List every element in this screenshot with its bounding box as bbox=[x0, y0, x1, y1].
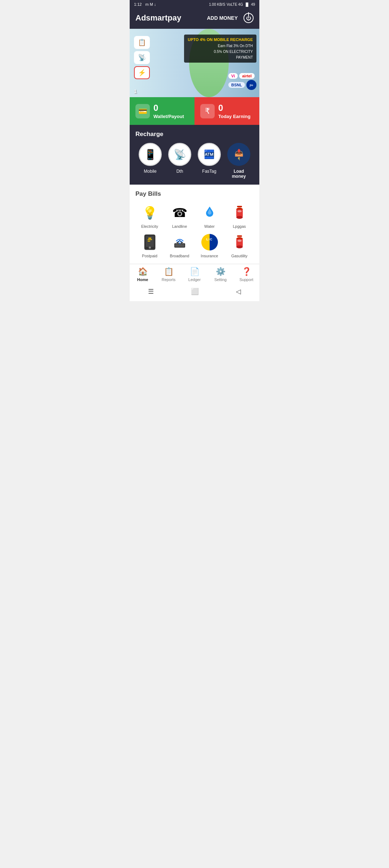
nav-ledger[interactable]: 📄 Ledger bbox=[182, 267, 207, 282]
load-money[interactable]: 📤 ₹ Loadmoney bbox=[224, 143, 254, 179]
android-home-button[interactable]: ⬜ bbox=[191, 288, 199, 295]
promotional-banner[interactable]: 📋 📡 ⚡ UPTO 4% ON MOBILE RECHARGE Earn Fl… bbox=[130, 29, 259, 97]
banner-promo-text: UPTO 4% ON MOBILE RECHARGE Earn Flat 3% … bbox=[184, 35, 256, 63]
wallet-payout-card[interactable]: 💳 0 Wallet/Payout bbox=[130, 97, 194, 125]
landline-label: Landline bbox=[172, 224, 187, 229]
wallet-icon: 💳 bbox=[135, 104, 150, 118]
today-earning-card[interactable]: ₹ 0 Today Earning bbox=[194, 97, 259, 125]
bill-landline[interactable]: ☎ Landline bbox=[165, 203, 194, 229]
wallet-label: Wallet/Payout bbox=[153, 114, 184, 119]
svg-point-3 bbox=[236, 216, 243, 219]
header-actions: ADD MONEY ⏻ bbox=[207, 13, 254, 23]
notification-icons: m M ↓ bbox=[145, 2, 156, 6]
bill-lpggas[interactable]: Lpggas bbox=[225, 203, 254, 229]
insurance-label: Insurance bbox=[201, 254, 218, 258]
bill-postpaid[interactable]: Postpaid bbox=[135, 233, 164, 258]
time: 1:12 bbox=[134, 2, 142, 6]
dth-icon-box: 📡 bbox=[134, 51, 150, 64]
today-earning-amount: 0 bbox=[218, 103, 250, 113]
bottom-navigation: 🏠 Home 📋 Reports 📄 Ledger ⚙️ Setting ❓ S… bbox=[130, 264, 259, 284]
pay-bills-section: Pay Bills 💡 Electricity ☎ Landline Wa bbox=[130, 185, 259, 264]
dth-icon-circle: 📡 bbox=[168, 143, 191, 166]
battery-level: 49 bbox=[251, 3, 255, 6]
broadband-label: Broadband bbox=[170, 254, 189, 258]
recharge-dth[interactable]: 📡 Dth bbox=[165, 143, 194, 174]
home-nav-label: Home bbox=[137, 277, 148, 282]
recharge-mobile[interactable]: 📱 Mobile bbox=[135, 143, 165, 174]
android-back-button[interactable]: ◁ bbox=[236, 288, 241, 295]
fastag-icon: 🏧 bbox=[204, 149, 215, 159]
lic-badge: LIC bbox=[201, 234, 218, 250]
jio-logo: jio bbox=[246, 80, 256, 90]
fastag-icon-circle: 🏧 bbox=[198, 143, 221, 166]
app-title: Adsmartpay bbox=[135, 13, 181, 23]
status-left: 1:12 m M ↓ bbox=[134, 2, 156, 6]
setting-nav-icon: ⚙️ bbox=[216, 267, 225, 276]
broadband-icon bbox=[170, 233, 189, 252]
network-type: VoLTE 4G bbox=[227, 3, 243, 6]
recharge-title: Recharge bbox=[135, 131, 254, 138]
nav-reports[interactable]: 📋 Reports bbox=[156, 267, 182, 282]
reports-nav-label: Reports bbox=[162, 277, 176, 282]
load-money-icon: 📤 bbox=[234, 148, 243, 157]
nav-support[interactable]: ❓ Support bbox=[233, 267, 259, 282]
bills-grid: 💡 Electricity ☎ Landline Water bbox=[135, 203, 254, 258]
android-menu-button[interactable]: ☰ bbox=[148, 288, 154, 295]
bill-insurance[interactable]: LIC Insurance bbox=[195, 233, 224, 258]
support-nav-label: Support bbox=[240, 277, 254, 282]
wallet-info: 0 Wallet/Payout bbox=[153, 103, 184, 119]
bill-broadband[interactable]: Broadband bbox=[165, 233, 194, 258]
mobile-icon-circle: 📱 bbox=[139, 143, 162, 166]
gasutility-icon bbox=[230, 233, 249, 252]
gasutility-label: Gasutility bbox=[231, 254, 247, 258]
add-money-button[interactable]: ADD MONEY bbox=[207, 15, 238, 21]
today-earning-label: Today Earning bbox=[218, 114, 250, 119]
promo-line3: 0.5% ON ELECTRICITY bbox=[188, 49, 253, 55]
lpggas-label: Lpggas bbox=[233, 224, 246, 229]
load-money-icon-circle: 📤 ₹ bbox=[227, 143, 250, 166]
svg-point-16 bbox=[237, 240, 242, 242]
vi-logo: Vi bbox=[228, 73, 238, 79]
ledger-nav-icon: 📄 bbox=[190, 267, 200, 276]
ledger-nav-label: Ledger bbox=[188, 277, 201, 282]
promo-line2: Earn Flat 3% On DTH bbox=[188, 43, 253, 49]
carrier-logos: Vi airtel BSNL jio bbox=[228, 73, 256, 90]
bsnl-logo: BSNL bbox=[228, 82, 245, 88]
bill-gasutility[interactable]: Gasutility bbox=[225, 233, 254, 258]
postpaid-label: Postpaid bbox=[142, 254, 157, 258]
recharge-icon-box: 📋 bbox=[134, 36, 150, 49]
wallet-section: 💳 0 Wallet/Payout ₹ 0 Today Earning bbox=[130, 97, 259, 125]
dth-label: Dth bbox=[176, 169, 183, 174]
electricity-icon-box: ⚡ bbox=[134, 66, 150, 79]
lpggas-icon bbox=[230, 203, 249, 222]
svg-rect-0 bbox=[237, 206, 242, 207]
svg-point-15 bbox=[236, 245, 243, 248]
airtel-logo: airtel bbox=[239, 73, 254, 79]
mobile-label: Mobile bbox=[144, 169, 156, 174]
android-navigation-bar: ☰ ⬜ ◁ bbox=[130, 284, 259, 301]
power-button[interactable]: ⏻ bbox=[243, 13, 254, 23]
bill-electricity[interactable]: 💡 Electricity bbox=[135, 203, 164, 229]
recharge-fastag[interactable]: 🏧 FasTag bbox=[194, 143, 224, 174]
nav-home[interactable]: 🏠 Home bbox=[130, 267, 156, 282]
signal-icon: ▐▌ bbox=[245, 3, 250, 6]
recharge-grid: 📱 Mobile 📡 Dth 🏧 FasTag 📤 ₹ Loadmoney bbox=[135, 143, 254, 179]
mobile-icon: 📱 bbox=[144, 149, 157, 161]
svg-point-11 bbox=[179, 243, 180, 244]
svg-rect-12 bbox=[237, 235, 242, 237]
nav-setting[interactable]: ⚙️ Setting bbox=[207, 267, 233, 282]
recharge-section: Recharge 📱 Mobile 📡 Dth 🏧 FasTag 📤 ₹ bbox=[130, 125, 259, 185]
svg-point-4 bbox=[237, 210, 242, 212]
postpaid-icon bbox=[140, 233, 159, 252]
water-label: Water bbox=[204, 224, 215, 229]
bill-water[interactable]: Water bbox=[195, 203, 224, 229]
electricity-label: Electricity bbox=[141, 224, 158, 229]
network-speed: 1.00 KB/S bbox=[209, 3, 225, 6]
header: Adsmartpay ADD MONEY ⏻ bbox=[130, 9, 259, 29]
reports-nav-icon: 📋 bbox=[164, 267, 174, 276]
banner-counter: 1 bbox=[134, 89, 137, 94]
rupee-small: ₹ bbox=[238, 157, 240, 161]
svg-point-8 bbox=[149, 247, 151, 249]
landline-icon: ☎ bbox=[170, 203, 189, 222]
banner-left-icons: 📋 📡 ⚡ bbox=[134, 36, 150, 79]
